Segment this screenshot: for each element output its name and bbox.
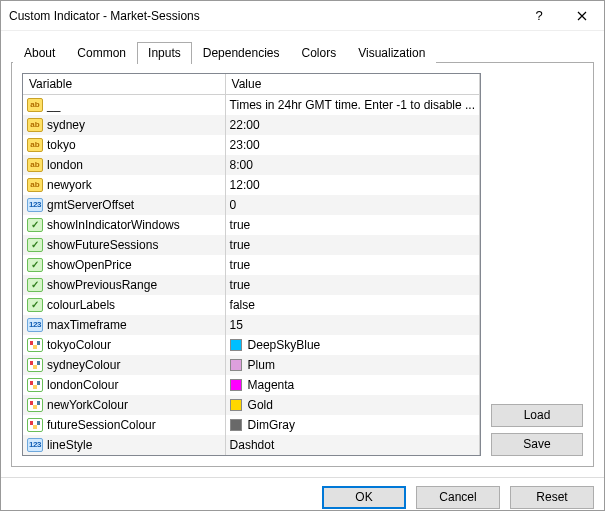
tab-common[interactable]: Common [66,42,137,63]
tab-about[interactable]: About [13,42,66,63]
variable-cell[interactable]: 123maxTimeframe [23,315,225,335]
number-type-icon: 123 [27,318,43,332]
variable-cell[interactable]: ✓colourLabels [23,295,225,315]
string-type-icon: ab [27,178,43,192]
side-button-column: Load Save [491,73,583,456]
value-cell[interactable]: 8:00 [225,155,479,175]
variable-cell[interactable]: londonColour [23,375,225,395]
value-text: 0 [230,198,237,212]
table-row[interactable]: 123lineStyleDashdot [23,435,480,455]
table-row[interactable]: abnewyork12:00 [23,175,480,195]
table-row[interactable]: ✓showPreviousRangetrue [23,275,480,295]
string-type-icon: ab [27,158,43,172]
variable-cell[interactable]: futureSessionColour [23,415,225,435]
value-cell[interactable]: Plum [225,355,479,375]
bool-type-icon: ✓ [27,238,43,252]
tab-visualization[interactable]: Visualization [347,42,436,63]
value-cell[interactable]: 0 [225,195,479,215]
save-button[interactable]: Save [491,433,583,456]
value-cell[interactable]: Times in 24hr GMT time. Enter -1 to disa… [225,95,479,115]
variable-cell[interactable]: ✓showPreviousRange [23,275,225,295]
value-cell[interactable]: DimGray [225,415,479,435]
string-type-icon: ab [27,118,43,132]
variable-cell[interactable]: ✓showFutureSessions [23,235,225,255]
reset-button[interactable]: Reset [510,486,594,509]
tab-inputs[interactable]: Inputs [137,42,192,64]
variable-cell[interactable]: ✓showOpenPrice [23,255,225,275]
value-cell[interactable]: 15 [225,315,479,335]
value-cell[interactable]: true [225,235,479,255]
value-text: 23:00 [230,138,260,152]
load-button[interactable]: Load [491,404,583,427]
value-cell[interactable]: true [225,275,479,295]
variable-cell[interactable]: ablondon [23,155,225,175]
parameters-grid[interactable]: Variable Value ab__Times in 24hr GMT tim… [22,73,481,456]
variable-cell[interactable]: abtokyo [23,135,225,155]
value-cell[interactable]: 22:00 [225,115,479,135]
value-text: Magenta [248,378,295,392]
tab-colors[interactable]: Colors [290,42,347,63]
ok-button[interactable]: OK [322,486,406,509]
value-cell[interactable]: Dashdot [225,435,479,455]
color-type-icon [27,418,43,432]
table-row[interactable]: sydneyColourPlum [23,355,480,375]
variable-cell[interactable]: ✓showInIndicatorWindows [23,215,225,235]
table-row[interactable]: absydney22:00 [23,115,480,135]
color-swatch [230,399,242,411]
variable-cell[interactable]: ab__ [23,95,225,115]
table-row[interactable]: ab__Times in 24hr GMT time. Enter -1 to … [23,95,480,115]
close-button[interactable] [559,1,604,31]
table-row[interactable]: londonColourMagenta [23,375,480,395]
value-cell[interactable]: false [225,295,479,315]
value-text: DimGray [248,418,295,432]
table-row[interactable]: ✓showOpenPricetrue [23,255,480,275]
variable-cell[interactable]: 123gmtServerOffset [23,195,225,215]
col-variable[interactable]: Variable [29,77,72,91]
value-cell[interactable]: DeepSkyBlue [225,335,479,355]
table-row[interactable]: ablondon8:00 [23,155,480,175]
variable-name: maxTimeframe [47,318,127,332]
variable-cell[interactable]: absydney [23,115,225,135]
value-text: false [230,298,255,312]
help-button[interactable]: ? [519,1,559,31]
col-value[interactable]: Value [232,77,262,91]
value-cell[interactable]: true [225,215,479,235]
table-row[interactable]: ✓showInIndicatorWindowstrue [23,215,480,235]
table-row[interactable]: 123maxTimeframe15 [23,315,480,335]
value-text: true [230,218,251,232]
value-cell[interactable]: Magenta [225,375,479,395]
table-row[interactable]: abtokyo23:00 [23,135,480,155]
value-text: true [230,238,251,252]
table-row[interactable]: 123gmtServerOffset0 [23,195,480,215]
variable-name: colourLabels [47,298,115,312]
color-swatch [230,339,242,351]
dialog-button-bar: OK Cancel Reset [1,477,604,512]
dialog-window: Custom Indicator - Market-Sessions ? Abo… [0,0,605,511]
color-type-icon [27,378,43,392]
variable-cell[interactable]: newYorkColour [23,395,225,415]
value-cell[interactable]: 12:00 [225,175,479,195]
value-text: Gold [248,398,273,412]
value-cell[interactable]: Gold [225,395,479,415]
variable-cell[interactable]: sydneyColour [23,355,225,375]
variable-cell[interactable]: abnewyork [23,175,225,195]
bool-type-icon: ✓ [27,298,43,312]
table-row[interactable]: newYorkColourGold [23,395,480,415]
tab-dependencies[interactable]: Dependencies [192,42,291,63]
titlebar: Custom Indicator - Market-Sessions ? [1,1,604,31]
bool-type-icon: ✓ [27,218,43,232]
cancel-button[interactable]: Cancel [416,486,500,509]
table-row[interactable]: futureSessionColourDimGray [23,415,480,435]
tab-page-inputs: Variable Value ab__Times in 24hr GMT tim… [11,62,594,467]
variable-cell[interactable]: 123lineStyle [23,435,225,455]
table-row[interactable]: ✓colourLabelsfalse [23,295,480,315]
table-row[interactable]: ✓showFutureSessionstrue [23,235,480,255]
variable-name: lineStyle [47,438,92,452]
variable-name: tokyoColour [47,338,111,352]
value-cell[interactable]: true [225,255,479,275]
variable-name: sydneyColour [47,358,120,372]
value-cell[interactable]: 23:00 [225,135,479,155]
variable-cell[interactable]: tokyoColour [23,335,225,355]
table-row[interactable]: tokyoColourDeepSkyBlue [23,335,480,355]
number-type-icon: 123 [27,198,43,212]
